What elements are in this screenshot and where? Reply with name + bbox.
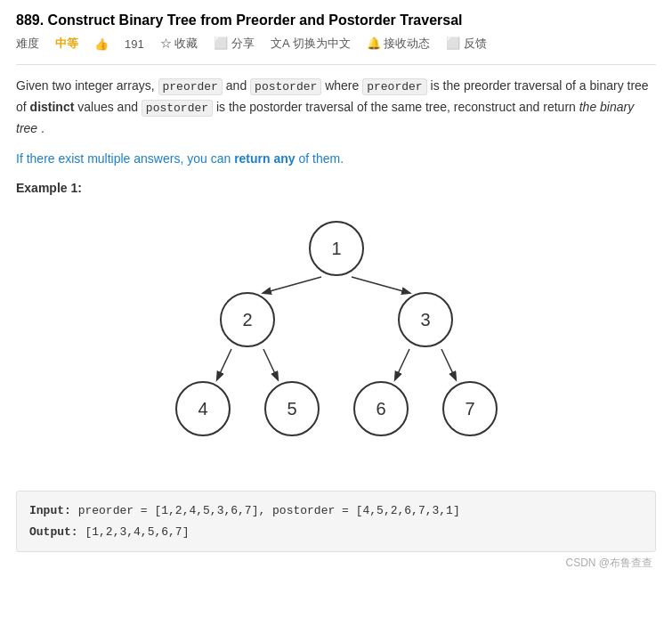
divider [16, 64, 656, 65]
meta-row: 难度 中等 👍 191 ☆ 收藏 ⬜ 分享 文A 切换为中文 🔔 接收动态 ⬜ … [16, 36, 656, 52]
thumb-icon: 👍 [94, 37, 109, 51]
description: Given two integer arrays, preorder and p… [16, 76, 656, 140]
difficulty-value: 中等 [55, 36, 78, 52]
feedback-button[interactable]: ⬜ 反馈 [446, 36, 487, 52]
page-title: 889. Construct Binary Tree from Preorder… [16, 12, 656, 28]
input-line: Input: preorder = [1,2,4,5,3,6,7], posto… [29, 500, 643, 521]
watermark: CSDN @布鲁查查 [16, 556, 656, 571]
desc-part7: . [41, 121, 45, 135]
hint-strong: return any [234, 151, 298, 166]
hint-text: If there exist multiple answers, you can [16, 151, 231, 166]
edge-2-5 [263, 349, 278, 379]
desc-strong1: distinct [30, 100, 75, 114]
output-line: Output: [1,2,3,4,5,6,7] [29, 522, 643, 542]
difficulty-label: 难度 [16, 36, 39, 52]
edge-2-4 [217, 349, 231, 379]
switch-lang-button[interactable]: 文A 切换为中文 [271, 36, 351, 52]
example-title: Example 1: [16, 181, 656, 195]
output-label: Output: [29, 525, 78, 539]
desc-code4: postorder [142, 100, 213, 117]
edge-3-6 [395, 349, 409, 379]
share-button[interactable]: ⬜ 分享 [214, 36, 255, 52]
desc-code3: preorder [362, 78, 426, 95]
desc-part1: Given two integer arrays, [16, 78, 155, 93]
node-6-label: 6 [376, 399, 385, 419]
notifications-button[interactable]: 🔔 接收动态 [367, 36, 431, 52]
input-value: preorder = [1,2,4,5,3,6,7], postorder = … [78, 504, 460, 517]
node-7-label: 7 [465, 399, 474, 419]
desc-code1: preorder [158, 78, 223, 95]
desc-part5: values and [77, 100, 142, 114]
main-page: 889. Construct Binary Tree from Preorder… [0, 0, 672, 580]
desc-part6: is the postorder traversal of the same t… [216, 100, 579, 114]
collect-button[interactable]: ☆ 收藏 [160, 36, 198, 52]
edge-1-2 [263, 277, 321, 293]
output-value: [1,2,3,4,5,6,7] [85, 525, 189, 539]
input-label: Input: [29, 504, 71, 517]
node-4-label: 4 [198, 399, 207, 419]
node-5-label: 5 [287, 399, 296, 419]
desc-part3: where [325, 78, 362, 93]
hint-line: If there exist multiple answers, you can… [16, 149, 656, 168]
hint-end: of them. [298, 151, 344, 166]
node-1-label: 1 [331, 239, 341, 258]
node-2-label: 2 [242, 310, 252, 329]
desc-part2: and [226, 78, 250, 93]
desc-code2: postorder [250, 78, 321, 95]
code-block: Input: preorder = [1,2,4,5,3,6,7], posto… [16, 491, 656, 552]
tree-container: 1 2 3 4 5 6 7 [16, 204, 656, 480]
edge-1-3 [352, 277, 409, 293]
edge-3-7 [441, 349, 456, 379]
tree-svg: 1 2 3 4 5 6 7 [150, 213, 523, 480]
like-count: 191 [125, 37, 144, 51]
node-3-label: 3 [420, 310, 430, 329]
